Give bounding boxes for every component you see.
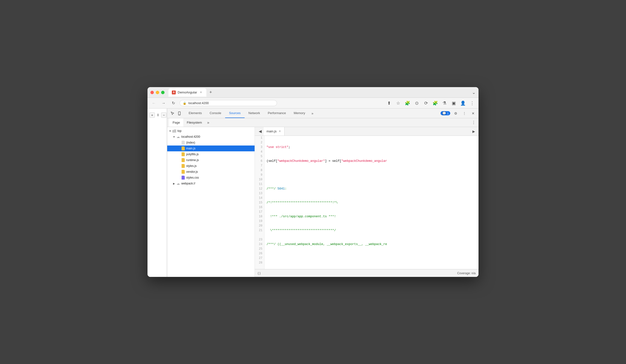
devtools-more-button[interactable]: ⋮	[461, 110, 468, 117]
title-bar: A DemoAngular ✕ + ⌄	[148, 87, 478, 98]
flask-icon[interactable]: ⚗	[441, 100, 448, 107]
file-icon-runtime	[181, 158, 185, 162]
bookmark-icon[interactable]: ☆	[395, 100, 402, 107]
more-menu-button[interactable]: ⋮	[469, 100, 475, 107]
tree-arrow-localhost: ▼	[172, 136, 176, 138]
file-icon-main-js	[181, 146, 185, 151]
tree-label-top: top	[177, 129, 182, 133]
tab-memory[interactable]: Memory	[290, 109, 309, 118]
tree-item-polyfills[interactable]: polyfills.js	[167, 151, 255, 157]
file-icon-polyfills	[181, 152, 185, 156]
chrome-icon[interactable]: ⊙	[413, 100, 420, 107]
address-input[interactable]: 🔒 localhost:4200	[180, 100, 277, 106]
tab-bar: A DemoAngular ✕ +	[168, 88, 472, 97]
new-tab-button[interactable]: +	[207, 89, 214, 96]
devtools-toolbar-right: 💬 1 ⚙ ⋮ ✕	[440, 110, 476, 117]
layout-icon[interactable]: ▣	[450, 100, 457, 107]
browser-toolbar-right: ⬆ ☆ 🧩 ⊙ ⟳ 🧩 ⚗ ▣ 👤 ⋮	[386, 100, 475, 107]
file-tree: ▼ top ▼	[167, 127, 255, 277]
maximize-traffic-light[interactable]	[161, 91, 164, 94]
tree-label-runtime: runtime.js	[186, 158, 199, 162]
sources-body: ▼ top ▼	[167, 127, 478, 277]
extensions-icon[interactable]: 🧩	[404, 100, 411, 107]
devtools-settings-button[interactable]: ⚙	[452, 110, 459, 117]
tree-item-runtime[interactable]: runtime.js	[167, 157, 255, 163]
tree-label-vendor: vendor.js	[186, 170, 198, 174]
format-button[interactable]: { }	[258, 272, 260, 275]
tree-item-webpack[interactable]: ▶ ☁ webpack://	[167, 181, 255, 186]
devtools-toolbar: Elements Console Sources Network Perform…	[167, 109, 478, 118]
tab-favicon: A	[172, 91, 176, 94]
sources-more-tabs[interactable]: »	[205, 120, 211, 126]
tree-label-main-js: main.js	[186, 147, 196, 150]
tab-elements[interactable]: Elements	[185, 109, 206, 118]
sources-tab-page[interactable]: Page	[169, 118, 183, 127]
line-numbers: 1 2 3 4 5 6 7 8 9 10 11	[255, 136, 265, 269]
share-icon[interactable]: ⬆	[386, 100, 392, 107]
code-tab-close[interactable]: ✕	[278, 130, 281, 133]
device-button[interactable]	[176, 110, 183, 117]
console-badge: 💬 1	[440, 111, 450, 115]
avatar-icon[interactable]: 👤	[460, 100, 466, 107]
code-tab-label: main.js	[267, 129, 276, 133]
zoom-value: 0	[156, 113, 160, 117]
panel-toggle-button[interactable]: ◀	[257, 128, 264, 135]
sync-icon[interactable]: ⟳	[423, 100, 429, 107]
file-icon-vendor	[181, 170, 185, 174]
folder-icon-top	[172, 129, 176, 133]
cloud-icon-webpack: ☁	[176, 181, 180, 186]
file-icon-styles-css	[181, 176, 185, 180]
file-icon-styles-js	[181, 164, 185, 168]
browser-window: A DemoAngular ✕ + ⌄ ← → ↻ 🔒 localhost:42…	[148, 87, 478, 277]
forward-button[interactable]: →	[160, 100, 167, 107]
tree-item-index[interactable]: (index)	[167, 140, 255, 146]
tab-console[interactable]: Console	[206, 109, 225, 118]
zoom-controls: + 0 −	[150, 112, 166, 118]
close-traffic-light[interactable]	[151, 91, 154, 94]
back-button[interactable]: ←	[151, 100, 157, 107]
tab-performance[interactable]: Performance	[264, 109, 290, 118]
cloud-icon-localhost: ☁	[176, 135, 180, 139]
sources-tab-filesystem[interactable]: Filesystem	[183, 118, 205, 127]
tree-item-localhost[interactable]: ▼ ☁ localhost:4200	[167, 134, 255, 140]
inspector-button[interactable]	[169, 110, 176, 117]
page-area: + 0 −	[148, 109, 167, 277]
tree-label-styles-css: styles.css	[186, 176, 199, 179]
zoom-out-button[interactable]: −	[161, 112, 166, 118]
code-content: "use strict"; (self["webpackChunkdemo_an…	[265, 136, 478, 269]
file-icon-index	[181, 140, 185, 145]
code-tab-main-js[interactable]: main.js ✕	[264, 127, 284, 136]
tree-label-localhost: localhost:4200	[181, 135, 200, 139]
code-editor[interactable]: 1 2 3 4 5 6 7 8 9 10 11	[255, 136, 478, 269]
file-panel: ▼ top ▼	[167, 127, 255, 277]
code-tab-bar: ◀ main.js ✕ ▶	[255, 127, 478, 136]
minimize-traffic-light[interactable]	[156, 91, 159, 94]
tab-network[interactable]: Network	[245, 109, 264, 118]
puzzle-icon[interactable]: 🧩	[432, 100, 439, 107]
sources-subtoolbar: Page Filesystem » ⋮	[167, 118, 478, 127]
tab-close-button[interactable]: ✕	[199, 91, 203, 94]
browser-tab[interactable]: A DemoAngular ✕	[168, 88, 206, 97]
sources-menu-button[interactable]: ⋮	[471, 120, 476, 126]
devtools-close-button[interactable]: ✕	[470, 110, 476, 117]
tree-label-webpack: webpack://	[181, 182, 195, 185]
tab-title: DemoAngular	[178, 91, 197, 94]
tree-label-styles-js: styles.js	[186, 164, 197, 168]
more-tabs-button[interactable]: »	[309, 110, 316, 117]
tree-arrow-top: ▼	[168, 130, 172, 132]
traffic-lights	[151, 91, 164, 94]
zoom-in-button[interactable]: +	[150, 112, 155, 118]
code-panel-collapse[interactable]: ▶	[471, 128, 476, 134]
tree-label-polyfills: polyfills.js	[186, 152, 199, 156]
devtools-tabs: Elements Console Sources Network Perform…	[185, 109, 440, 118]
window-controls-down[interactable]: ⌄	[472, 90, 475, 95]
tree-item-top[interactable]: ▼ top	[167, 128, 255, 134]
tree-item-main-js[interactable]: main.js	[167, 146, 255, 151]
tree-item-styles-css[interactable]: styles.css	[167, 175, 255, 181]
tab-sources[interactable]: Sources	[225, 109, 245, 118]
code-footer: { } Coverage: n/a	[255, 269, 478, 277]
tree-item-vendor[interactable]: vendor.js	[167, 169, 255, 175]
refresh-button[interactable]: ↻	[170, 100, 177, 107]
tree-arrow-webpack: ▶	[172, 182, 176, 185]
tree-item-styles-js[interactable]: styles.js	[167, 163, 255, 169]
